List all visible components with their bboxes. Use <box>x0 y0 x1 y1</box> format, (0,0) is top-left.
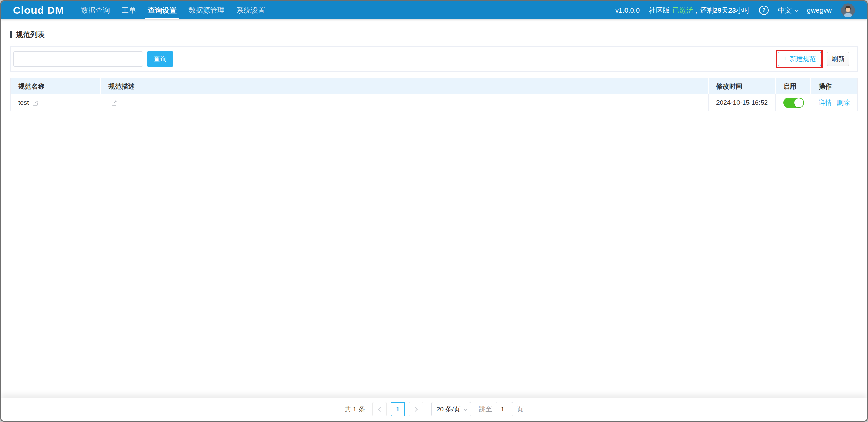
chevron-right-icon <box>413 407 418 412</box>
avatar[interactable] <box>841 3 855 17</box>
hours-unit: 小时 <box>736 6 750 15</box>
remaining-hours: 23 <box>728 7 736 14</box>
pagination-bar: 共 1 条 1 20 条/页 跳至 页 <box>1 398 867 421</box>
username-label[interactable]: gwegvw <box>807 7 832 14</box>
header-spec-name: 规范名称 <box>11 78 101 94</box>
edit-name-icon[interactable] <box>32 100 38 106</box>
refresh-button[interactable]: 刷新 <box>827 52 849 66</box>
search-input[interactable] <box>13 51 143 67</box>
language-selector[interactable]: 中文 <box>778 6 798 15</box>
nav-item-data-query[interactable]: 数据查询 <box>75 1 116 19</box>
page-size-value: 20 条/页 <box>436 405 461 414</box>
header-modified-time: 修改时间 <box>709 78 776 94</box>
nav-item-datasource-mgmt[interactable]: 数据源管理 <box>183 1 230 19</box>
next-page-button[interactable] <box>409 402 423 416</box>
cell-modified-time: 2024-10-15 16:52 <box>709 94 776 111</box>
help-icon[interactable]: ? <box>759 6 769 15</box>
app-logo: Cloud DM <box>13 4 64 16</box>
language-label: 中文 <box>778 6 792 15</box>
main-nav: 数据查询 工单 查询设置 数据源管理 系统设置 <box>75 1 271 19</box>
cell-actions: 详情 删除 <box>811 94 857 111</box>
new-spec-button-label: 新建规范 <box>790 54 816 63</box>
nav-item-system-settings[interactable]: 系统设置 <box>230 1 271 19</box>
detail-link[interactable]: 详情 <box>819 98 832 107</box>
license-comma: ， <box>693 6 700 15</box>
new-spec-button[interactable]: + 新建规范 <box>778 52 821 66</box>
table-header-row: 规范名称 规范描述 修改时间 启用 操作 <box>11 78 857 94</box>
enabled-toggle[interactable] <box>783 98 804 108</box>
header-spec-description: 规范描述 <box>101 78 709 94</box>
avatar-image <box>841 3 855 17</box>
chevron-down-icon <box>464 407 467 411</box>
edit-description-icon[interactable] <box>111 100 117 106</box>
page-suffix-label: 页 <box>517 405 523 414</box>
cell-spec-name: test <box>11 94 101 111</box>
page-title-row: 规范列表 <box>10 30 858 39</box>
remaining-days: 29 <box>714 7 721 14</box>
topbar-right-cluster: v1.0.0.0 社区版 已激活 ， 还剩 29 天 23 小时 ? 中文 gw… <box>615 3 855 17</box>
chevron-down-icon <box>794 8 799 12</box>
remaining-prefix: 还剩 <box>700 6 714 15</box>
chevron-left-icon <box>378 407 383 412</box>
new-spec-button-wrapper: + 新建规范 <box>778 52 821 66</box>
edition-label: 社区版 <box>649 6 670 15</box>
query-button[interactable]: 查询 <box>147 51 173 67</box>
jump-page-input[interactable] <box>496 402 513 416</box>
total-count-label: 共 1 条 <box>345 405 365 414</box>
version-label: v1.0.0.0 <box>615 7 640 14</box>
cell-spec-description <box>101 94 709 111</box>
jump-to-label: 跳至 <box>479 405 492 414</box>
header-enabled: 启用 <box>776 78 811 94</box>
delete-link[interactable]: 删除 <box>837 98 850 107</box>
top-navbar: Cloud DM 数据查询 工单 查询设置 数据源管理 系统设置 v1.0.0.… <box>1 1 867 19</box>
page-size-select[interactable]: 20 条/页 <box>431 402 471 416</box>
table-row: test 2 <box>11 94 857 111</box>
license-status: 社区版 已激活 ， 还剩 29 天 23 小时 <box>649 6 750 15</box>
header-actions: 操作 <box>811 78 857 94</box>
plus-icon: + <box>783 55 787 63</box>
cell-enabled <box>776 94 811 111</box>
spec-table: 规范名称 规范描述 修改时间 启用 操作 test <box>10 78 858 111</box>
days-unit: 天 <box>721 6 728 15</box>
search-toolbar: 查询 + 新建规范 刷新 <box>10 46 858 72</box>
nav-item-work-order[interactable]: 工单 <box>116 1 142 19</box>
nav-item-query-settings[interactable]: 查询设置 <box>142 1 183 19</box>
prev-page-button[interactable] <box>372 402 387 416</box>
title-accent-bar <box>10 31 12 38</box>
app-window: Cloud DM 数据查询 工单 查询设置 数据源管理 系统设置 v1.0.0.… <box>0 0 868 422</box>
toggle-knob <box>794 98 803 107</box>
page-title: 规范列表 <box>16 30 45 39</box>
spec-name-text: test <box>18 99 29 107</box>
page-number-1[interactable]: 1 <box>391 402 405 416</box>
activation-status: 已激活 <box>672 6 693 15</box>
